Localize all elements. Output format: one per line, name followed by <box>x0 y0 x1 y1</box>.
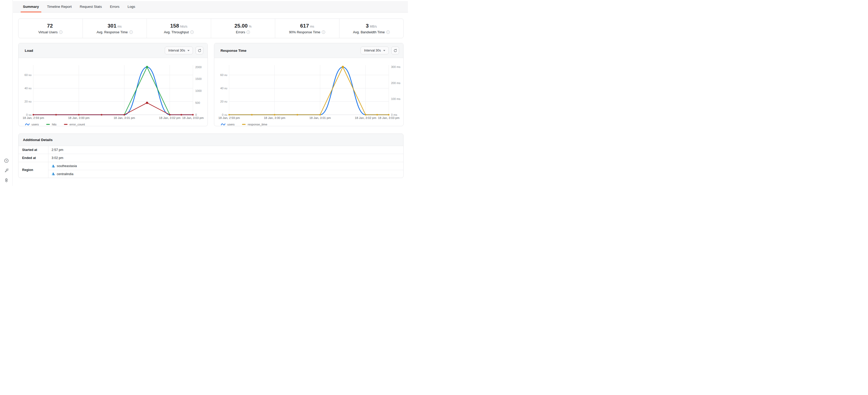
row-label: Region <box>19 162 49 178</box>
svg-text:18 Jan, 3:03 pm: 18 Jan, 3:03 pm <box>378 116 399 120</box>
stat-unit: ms <box>117 25 122 28</box>
tab-request-stats[interactable]: Request Stats <box>79 1 102 12</box>
load-chart-card: Load Interval 30s 18 Jan, 2:59 pm18 Jan,… <box>18 43 208 126</box>
stat-unit: % <box>249 25 251 28</box>
svg-text:300 ms: 300 ms <box>391 65 401 68</box>
svg-text:20 vu: 20 vu <box>220 100 227 103</box>
stat-value: 301 <box>107 23 116 29</box>
svg-text:0 vu: 0 vu <box>222 113 227 116</box>
svg-text:60 vu: 60 vu <box>220 73 227 76</box>
info-icon[interactable] <box>129 30 133 34</box>
response-time-chart-legend: usersresponse_time <box>214 121 403 126</box>
svg-text:100 ms: 100 ms <box>391 97 401 100</box>
refresh-button[interactable] <box>391 46 399 55</box>
tab-errors[interactable]: Errors <box>110 1 120 12</box>
svg-text:60 vu: 60 vu <box>25 73 31 76</box>
svg-text:1500: 1500 <box>195 77 202 80</box>
stat-value: 72 <box>47 23 53 29</box>
region-item: southeastasia <box>49 162 403 170</box>
stat-avg-bandwidth: 3MB/s Avg. Bandwidth Time <box>340 19 404 38</box>
region-item: centralindia <box>49 170 403 178</box>
info-icon[interactable] <box>322 30 325 34</box>
legend-item-hits[interactable]: hits <box>46 123 57 126</box>
svg-text:1000: 1000 <box>195 89 202 92</box>
info-icon[interactable] <box>386 30 390 34</box>
wave-icon <box>25 123 30 126</box>
tab-summary[interactable]: Summary <box>22 1 39 12</box>
stat-value: 617 <box>300 23 309 29</box>
table-row: Ended at 3:02 pm <box>19 154 403 162</box>
svg-text:18 Jan, 2:59 pm: 18 Jan, 2:59 pm <box>23 116 44 120</box>
stat-label: Avg. Throughput <box>164 30 189 34</box>
svg-text:0 vu: 0 vu <box>26 113 31 116</box>
key-icon[interactable] <box>4 168 8 173</box>
svg-text:18 Jan, 3:01 pm: 18 Jan, 3:01 pm <box>309 116 331 120</box>
tab-bar: Summary Timeline Report Request Stats Er… <box>13 1 408 12</box>
legend-item-users[interactable]: users <box>25 123 39 126</box>
svg-text:20 vu: 20 vu <box>25 100 31 103</box>
svg-text:40 vu: 40 vu <box>220 87 227 90</box>
svg-text:18 Jan, 3:02 pm: 18 Jan, 3:02 pm <box>159 116 180 120</box>
legend-item-error_count[interactable]: error_count <box>64 123 85 126</box>
chevron-down-icon <box>187 50 189 51</box>
help-icon[interactable]: ? <box>4 159 8 163</box>
svg-text:18 Jan, 2:59 pm: 18 Jan, 2:59 pm <box>218 116 240 120</box>
azure-icon <box>52 164 55 168</box>
svg-text:?: ? <box>5 159 7 162</box>
tab-logs[interactable]: Logs <box>127 1 136 12</box>
tab-timeline-report[interactable]: Timeline Report <box>46 1 72 12</box>
svg-text:18 Jan, 3:00 pm: 18 Jan, 3:00 pm <box>264 116 285 120</box>
response-time-chart-card: Response Time Interval 30s 18 Jan, 2:59 … <box>214 43 404 126</box>
row-value: 2:57 pm <box>49 146 403 154</box>
svg-text:18 Jan, 3:01 pm: 18 Jan, 3:01 pm <box>114 116 135 120</box>
stat-avg-response-time: 301ms Avg. Response Time <box>83 19 147 38</box>
row-label: Started at <box>19 146 49 154</box>
stat-label: 90% Response Time <box>289 30 320 34</box>
legend-item-users[interactable]: users <box>221 123 235 126</box>
stat-unit: hits/s <box>180 25 187 28</box>
refresh-button[interactable] <box>195 46 203 55</box>
stat-errors: 25.00% Errors <box>211 19 275 38</box>
summary-stats-card: 72 Virtual Users 301ms Avg. Response Tim… <box>18 19 404 38</box>
stat-virtual-users: 72 Virtual Users <box>19 19 83 38</box>
svg-text:0: 0 <box>195 113 197 116</box>
dash-icon <box>64 124 68 125</box>
stat-label: Avg. Response Time <box>97 30 128 34</box>
legend-item-response_time[interactable]: response_time <box>242 123 267 126</box>
interval-dropdown[interactable]: Interval 30s <box>165 46 193 55</box>
stat-unit: MB/s <box>370 25 377 28</box>
stat-unit: ms <box>310 25 314 28</box>
stat-value: 3 <box>366 23 369 29</box>
load-chart-canvas: 18 Jan, 2:59 pm18 Jan, 3:00 pm18 Jan, 3:… <box>19 59 208 121</box>
response-time-chart-title: Response Time <box>220 48 247 53</box>
additional-details-card: Additional Details Started at 2:57 pm En… <box>18 133 404 178</box>
additional-details-title: Additional Details <box>19 134 403 146</box>
table-row: Region southeastasia c <box>19 162 403 178</box>
svg-text:18 Jan, 3:00 pm: 18 Jan, 3:00 pm <box>68 116 89 120</box>
info-icon[interactable] <box>247 30 250 34</box>
stat-avg-throughput: 158hits/s Avg. Throughput <box>147 19 211 38</box>
dash-icon <box>46 124 50 125</box>
azure-icon <box>52 172 55 176</box>
row-label: Ended at <box>19 154 49 162</box>
row-value: 3:02 pm <box>49 154 403 162</box>
interval-dropdown[interactable]: Interval 30s <box>361 46 389 55</box>
stat-value: 25.00 <box>234 23 248 29</box>
stat-label: Avg. Bandwidth Time <box>353 30 385 34</box>
svg-text:500: 500 <box>195 101 200 104</box>
svg-text:200 ms: 200 ms <box>391 81 401 85</box>
info-icon[interactable] <box>59 30 62 34</box>
svg-text:2000: 2000 <box>195 66 202 69</box>
layers-icon[interactable] <box>4 178 8 183</box>
table-row: Started at 2:57 pm <box>19 146 403 154</box>
dash-icon <box>242 124 246 125</box>
svg-text:40 vu: 40 vu <box>25 87 31 90</box>
wave-icon <box>221 123 225 126</box>
stat-label: Errors <box>236 30 245 34</box>
svg-text:18 Jan, 3:03 pm: 18 Jan, 3:03 pm <box>182 116 204 120</box>
stat-label: Virtual Users <box>38 30 58 34</box>
svg-text:18 Jan, 3:02 pm: 18 Jan, 3:02 pm <box>355 116 376 120</box>
chevron-down-icon <box>383 50 385 51</box>
info-icon[interactable] <box>190 30 194 34</box>
main-area: Summary Timeline Report Request Stats Er… <box>13 0 408 178</box>
